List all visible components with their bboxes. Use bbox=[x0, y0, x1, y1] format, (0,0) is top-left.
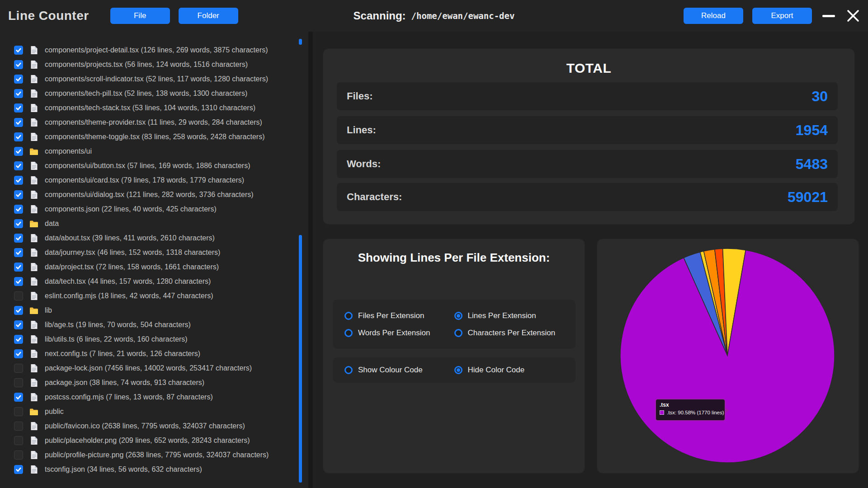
file-checkbox[interactable] bbox=[14, 263, 23, 272]
file-checkbox[interactable] bbox=[14, 147, 23, 156]
file-row-label: components/theme-toggle.tsx (83 lines, 2… bbox=[45, 133, 264, 141]
check-icon bbox=[15, 249, 22, 256]
file-checkbox[interactable] bbox=[14, 248, 23, 257]
file-checkbox[interactable] bbox=[14, 407, 23, 416]
scanning-status: Scanning: /home/ewan/ewanc-dev bbox=[354, 0, 515, 32]
radio-label: Characters Per Extension bbox=[468, 328, 556, 338]
check-icon bbox=[15, 322, 22, 328]
file-row: components/scroll-indicator.tsx (52 line… bbox=[0, 72, 308, 86]
file-checkbox[interactable] bbox=[14, 306, 23, 315]
file-row: components/projects.tsx (56 lines, 124 w… bbox=[0, 57, 308, 72]
file-row-label: tsconfig.json (34 lines, 56 words, 632 c… bbox=[45, 465, 202, 474]
file-row: eslint.config.mjs (18 lines, 42 words, 4… bbox=[0, 289, 308, 303]
file-row: data bbox=[0, 216, 308, 231]
scanning-label: Scanning: bbox=[354, 9, 406, 22]
file-checkbox[interactable] bbox=[14, 132, 23, 141]
file-row-label: package-lock.json (7456 lines, 14002 wor… bbox=[45, 364, 252, 372]
file-checkbox[interactable] bbox=[14, 118, 23, 127]
file-checkbox[interactable] bbox=[14, 46, 23, 55]
options-card: Showing Lines Per File Extension: Files … bbox=[323, 239, 585, 473]
radio-hide-color-code[interactable]: Hide Color Code bbox=[454, 366, 564, 375]
file-icon bbox=[29, 176, 38, 185]
radio-show-colour-code[interactable]: Show Colour Code bbox=[344, 366, 454, 375]
file-row: public/favicon.ico (2638 lines, 7795 wor… bbox=[0, 419, 308, 433]
file-checkbox[interactable] bbox=[14, 60, 23, 69]
tooltip-text: .tsx: 90.58% (1770 lines) bbox=[667, 410, 724, 415]
radio-label: Files Per Extension bbox=[358, 311, 424, 320]
file-row: data/tech.tsx (44 lines, 157 words, 1280… bbox=[0, 274, 308, 289]
close-icon bbox=[846, 9, 860, 23]
file-checkbox[interactable] bbox=[14, 335, 23, 344]
file-checkbox[interactable] bbox=[14, 291, 23, 300]
radio-icon bbox=[454, 366, 462, 374]
file-icon bbox=[29, 248, 38, 257]
file-checkbox[interactable] bbox=[14, 161, 23, 170]
file-icon bbox=[29, 75, 38, 84]
file-row: lib bbox=[0, 303, 308, 318]
file-row-label: public/favicon.ico (2638 lines, 7795 wor… bbox=[45, 422, 245, 430]
file-icon bbox=[29, 436, 38, 445]
file-list: components/project-detail.tsx (126 lines… bbox=[0, 32, 308, 477]
file-icon bbox=[29, 263, 38, 272]
radio-label: Words Per Extension bbox=[358, 328, 430, 338]
minimize-icon bbox=[822, 15, 835, 17]
file-button[interactable]: File bbox=[110, 8, 170, 24]
file-row: postcss.config.mjs (7 lines, 13 words, 8… bbox=[0, 390, 308, 404]
total-lines-value: 1954 bbox=[796, 122, 828, 139]
file-checkbox[interactable] bbox=[14, 176, 23, 185]
radio-icon bbox=[454, 329, 462, 337]
file-checkbox[interactable] bbox=[14, 320, 23, 329]
check-icon bbox=[15, 206, 22, 212]
file-row: components/ui bbox=[0, 144, 308, 159]
file-row-label: data/project.tsx (72 lines, 158 words, 1… bbox=[45, 263, 219, 271]
folder-button[interactable]: Folder bbox=[179, 8, 238, 24]
file-row: tsconfig.json (34 lines, 56 words, 632 c… bbox=[0, 462, 308, 477]
scrollbar-top-segment[interactable] bbox=[299, 39, 302, 45]
file-icon bbox=[29, 291, 38, 300]
folder-icon bbox=[29, 219, 38, 228]
minimize-button[interactable] bbox=[821, 7, 836, 25]
file-checkbox[interactable] bbox=[14, 103, 23, 113]
radio-words-per-extension[interactable]: Words Per Extension bbox=[344, 328, 454, 338]
scrollbar-thumb[interactable] bbox=[299, 235, 302, 483]
file-checkbox[interactable] bbox=[14, 378, 23, 387]
radio-label: Lines Per Extension bbox=[468, 311, 536, 320]
file-checkbox[interactable] bbox=[14, 234, 23, 243]
file-checkbox[interactable] bbox=[14, 450, 23, 460]
total-files-value: 30 bbox=[811, 88, 828, 105]
file-row-label: components/ui/button.tsx (57 lines, 169 … bbox=[45, 162, 250, 170]
file-checkbox[interactable] bbox=[14, 277, 23, 286]
check-icon bbox=[15, 119, 22, 126]
file-row-label: lib/utils.ts (6 lines, 22 words, 160 cha… bbox=[45, 335, 188, 343]
check-icon bbox=[15, 90, 22, 97]
pie-tooltip: .tsx .tsx: 90.58% (1770 lines) bbox=[655, 399, 726, 421]
file-checkbox[interactable] bbox=[14, 364, 23, 373]
file-checkbox[interactable] bbox=[14, 349, 23, 358]
file-checkbox[interactable] bbox=[14, 465, 23, 474]
file-row-label: data bbox=[45, 220, 59, 228]
file-checkbox[interactable] bbox=[14, 75, 23, 84]
radio-lines-per-extension[interactable]: Lines Per Extension bbox=[454, 311, 564, 320]
file-checkbox[interactable] bbox=[14, 393, 23, 402]
export-button[interactable]: Export bbox=[752, 8, 812, 24]
radio-characters-per-extension[interactable]: Characters Per Extension bbox=[454, 328, 564, 338]
close-button[interactable] bbox=[845, 7, 861, 25]
file-checkbox[interactable] bbox=[14, 219, 23, 228]
radio-files-per-extension[interactable]: Files Per Extension bbox=[344, 311, 454, 320]
check-icon bbox=[15, 278, 22, 285]
file-row: lib/utils.ts (6 lines, 22 words, 160 cha… bbox=[0, 332, 308, 347]
file-icon bbox=[29, 60, 38, 69]
file-checkbox[interactable] bbox=[14, 190, 23, 199]
check-icon bbox=[15, 221, 22, 227]
file-checkbox[interactable] bbox=[14, 89, 23, 98]
file-icon bbox=[29, 335, 38, 344]
pie-chart[interactable] bbox=[619, 247, 836, 464]
reload-button[interactable]: Reload bbox=[684, 8, 743, 24]
check-icon bbox=[15, 61, 22, 68]
file-icon bbox=[29, 205, 38, 214]
file-checkbox[interactable] bbox=[14, 205, 23, 214]
file-row-label: public/profile-picture.png (2638 lines, … bbox=[45, 451, 269, 459]
file-checkbox[interactable] bbox=[14, 422, 23, 431]
file-checkbox[interactable] bbox=[14, 436, 23, 445]
file-icon bbox=[29, 320, 38, 329]
